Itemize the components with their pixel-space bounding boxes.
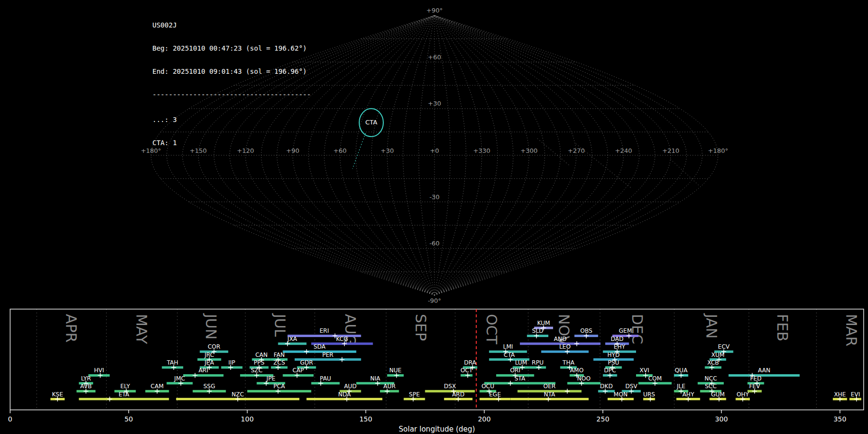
lat-label: -90° [428,297,441,304]
shower-label: XVI [639,367,649,374]
month-label: OCT [483,314,500,345]
lon-label: +30 [380,147,393,154]
shower-label: KSE [52,391,63,398]
shower-label: SSG [203,383,216,390]
shower-label: XCB [707,359,719,366]
lat-label: +30 [428,100,441,107]
plot-canvas: +180°+150+120+90+60+30+0+330+300+270+240… [0,0,868,434]
shower-label: JEA [204,359,214,366]
shower-label: GUM [711,391,724,398]
shower-label: DAD [610,336,623,342]
shower-label: EVI [851,391,860,398]
shower-label: LYR [81,375,91,382]
shower-label: AUD [344,383,356,390]
shower-label: RPU [532,359,543,366]
shower-label: ECV [718,343,730,350]
axis-title: Solar longitude (deg) [399,425,475,434]
shower-label: ORI [510,367,520,374]
shower-label: TAH [166,359,178,366]
shower-label: DRA [464,359,476,366]
axis-tick-label: 200 [478,415,491,423]
month-label: JUL [271,313,288,337]
shower-label: XHE [834,391,846,398]
shower-label: AHY [682,391,694,398]
shower-label: ARI [199,367,208,374]
shower-label: DKD [600,383,612,390]
shower-label: COR [208,343,220,350]
shower-peak-marker [565,389,570,393]
shower-label: SCC [705,383,717,390]
count-unassociated: ...: 3 [152,116,311,123]
month-label: JAN [703,313,720,339]
shower-label: STA [515,375,526,382]
shower-label: MON [614,391,628,398]
shower-label: NTA [544,391,556,398]
shower-label: AMO [570,367,583,374]
shower-label: ETA [119,391,130,398]
grid-meridian [356,15,434,295]
axis-tick-label: 50 [124,415,133,423]
axis-tick-label: 350 [833,415,846,423]
shower-label: ARD [452,391,464,398]
shower-label: JMC [174,375,185,382]
lon-label: +210 [662,147,679,154]
shower-label: JXA [287,336,298,342]
shower-label: QUA [675,367,688,374]
lat-label: -60 [429,240,439,247]
shower-label: NZC [231,391,244,398]
shower-label: DSX [444,383,456,390]
shower-peak-marker [574,341,579,346]
month-label: SEP [412,314,429,341]
shower-label: OCT [461,367,473,374]
shower-label: LMI [503,343,513,350]
shower-label: HYD [608,352,620,358]
shower-label: SLD [532,327,543,334]
shower-label: AAN [758,367,771,374]
shower-label: OHY [736,391,749,398]
lon-label: +240 [615,147,632,154]
lat-label: +60 [428,54,441,61]
axis-tick-label: 250 [597,415,610,423]
shower-label: PER [322,352,333,358]
grid-meridian [434,15,592,295]
shower-label: OER [543,383,556,390]
shower-label: GEM [619,327,632,334]
shower-peak-marker [304,349,309,354]
shower-label: CAN [255,352,268,358]
end-time: End: 20251010 09:01:43 (sol = 196.96°) [152,68,311,75]
shower-label: NCC [705,375,717,382]
shower-label: SZC [251,367,262,374]
begin-time: Beg: 20251010 00:47:23 (sol = 196.62°) [152,44,311,52]
shower-label: LEO [559,343,571,350]
lat-label: -30 [429,193,439,201]
shower-label: EGE [489,391,501,398]
month-label: FEB [774,314,791,341]
shower-label: HVI [94,367,104,374]
shower-label: JPE [266,375,275,382]
lon-label: +0 [430,147,439,154]
shower-label: URS [643,391,655,398]
shower-label: KUM [537,320,550,326]
shower-label: NIA [370,375,381,382]
meteor-trail [537,138,570,166]
axis-tick-label: 150 [359,415,372,423]
shower-label: AUR [383,383,395,390]
shower-label: ZCS [273,359,285,366]
shower-label: AVB [80,383,92,390]
axis-tick-label: 0 [8,415,13,423]
grid-meridian [371,15,434,295]
shower-peak-marker [339,357,344,362]
grid-meridian [434,15,513,295]
meteor-trail [353,133,366,169]
grid-meridian [434,15,639,295]
shower-label: SDA [313,343,326,350]
axis-tick-label: 100 [241,415,254,423]
shower-label: XUM [711,352,724,358]
month-label: APR [63,314,80,342]
shower-label: EHY [614,343,626,350]
shower-label: AND [554,336,566,342]
separator-line: --------------------------------------- [152,91,311,98]
shower-peak-marker [108,397,112,402]
shower-label: CTA [504,352,515,358]
shower-label: JLE [676,383,685,390]
